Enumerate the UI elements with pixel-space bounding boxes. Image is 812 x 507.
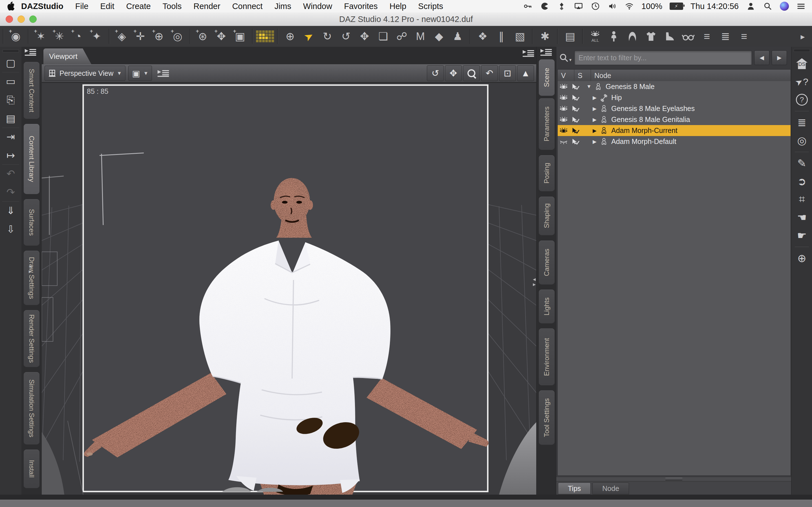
scene-navigator-button[interactable]: ⊕ [281, 27, 299, 45]
spotlight-icon[interactable] [763, 1, 772, 11]
create-spotlight-button[interactable]: +✦ [87, 27, 106, 45]
camera-selector-dropdown[interactable]: Perspective View ▼ [45, 66, 125, 81]
accessories-visibility-button[interactable] [679, 27, 698, 45]
tab-smart-content[interactable]: Smart Content [24, 62, 40, 119]
pane-collapse-handle[interactable]: ◂▸ [29, 264, 32, 274]
tree-row-genitalia[interactable]: ▶ Genesis 8 Male Genitalia [558, 114, 791, 125]
download-product-button[interactable]: ⇓ [3, 203, 18, 218]
expand-arrow-icon[interactable]: ▶ [591, 128, 599, 134]
visibility-eye-icon[interactable] [558, 128, 569, 134]
tab-draw-settings[interactable]: Draw Settings [24, 251, 40, 305]
collapse-arrow-icon[interactable]: ▼ [585, 83, 593, 90]
tab-node[interactable]: Node [592, 483, 629, 494]
spot-render-tool-button[interactable]: ▤ [561, 27, 579, 45]
selection-cursor-icon[interactable] [569, 105, 581, 112]
install-product-button[interactable]: ⇩ [3, 222, 18, 237]
window-title-bar[interactable]: DAZ Studio 4.12 Pro - new01042.duf [0, 12, 812, 26]
tab-render-settings[interactable]: Render Settings [24, 310, 40, 367]
drawstyle-dropdown[interactable]: ▣ ▼ [128, 66, 152, 81]
rotate-tool-button[interactable]: ↻ [318, 27, 337, 45]
tab-environment[interactable]: Environment [539, 328, 555, 385]
tree-row-hip[interactable]: ▶ Hip [558, 92, 791, 103]
scene-list-b-button[interactable]: ≣ [716, 27, 735, 45]
create-camera-button[interactable]: +◉ [6, 27, 25, 45]
tab-parameters[interactable]: Parameters [539, 98, 555, 150]
menu-tools[interactable]: Tools [157, 2, 188, 11]
create-instance-b-button[interactable]: +✥ [212, 27, 231, 45]
scene-filter-input[interactable] [574, 50, 752, 65]
tree-row-adam-morph-current[interactable]: ▶ Adam Morph-Current [558, 125, 791, 136]
visibility-eye-icon[interactable] [558, 117, 569, 123]
zoom-camera-button[interactable] [463, 65, 480, 81]
menu-favorites[interactable]: Favorites [338, 2, 384, 11]
figure-visibility-button[interactable] [605, 27, 623, 45]
tab-shaping[interactable]: Shaping [539, 196, 555, 235]
node-hierarchy-button[interactable]: ⌗ [792, 190, 812, 209]
geometry-editor-tool-button[interactable]: ◆ [430, 27, 448, 45]
dform-hand-p-button[interactable]: ☛ [792, 226, 812, 244]
tab-viewport[interactable]: Viewport [43, 48, 91, 64]
create-group-button[interactable]: +⊕ [150, 27, 168, 45]
hair-visibility-button[interactable] [623, 27, 642, 45]
volume-icon[interactable] [608, 1, 617, 11]
create-instance-button[interactable]: +◎ [168, 27, 187, 45]
import-file-button[interactable]: ⇥ [3, 129, 18, 144]
viewport-3d-canvas[interactable]: 85 : 85 [42, 83, 536, 495]
tab-cameras[interactable]: Cameras [539, 240, 555, 284]
column-visible[interactable]: V [558, 69, 574, 81]
fast-user-switch-icon[interactable] [746, 1, 756, 11]
menu-scripts[interactable]: Scripts [412, 2, 449, 11]
menu-bar-clock[interactable]: Thu 14:20:56 [691, 2, 739, 11]
joint-editor-tool-button[interactable]: ☍ [393, 27, 411, 45]
create-linear-point-light-button[interactable]: +◔ [69, 27, 87, 45]
column-node[interactable]: Node [591, 69, 791, 81]
menu-window[interactable]: Window [297, 2, 338, 11]
show-all-toggle-button[interactable]: ALL [586, 27, 605, 45]
menu-render[interactable]: Render [188, 2, 226, 11]
tab-content-library[interactable]: Content Library [24, 124, 40, 194]
tab-simulation-settings[interactable]: Simulation Settings [24, 372, 40, 445]
frame-camera-button[interactable]: ⊡ [499, 65, 516, 81]
export-file-button[interactable]: ↦ [3, 148, 18, 163]
save-file-button[interactable]: ▤ [3, 111, 18, 126]
notification-center-icon[interactable] [796, 1, 806, 11]
tab-tool-settings[interactable]: Tool Settings [539, 390, 555, 445]
activity-list-button[interactable]: ≣ [792, 114, 812, 131]
visibility-eye-icon[interactable] [558, 106, 569, 112]
battery-icon[interactable]: ⚡ [670, 3, 683, 10]
tab-surfaces[interactable]: Surfaces [24, 199, 40, 245]
tab-tips[interactable]: Tips [558, 483, 591, 494]
footwear-visibility-button[interactable] [660, 27, 679, 45]
create-null-button[interactable]: +✛ [131, 27, 150, 45]
wifi-icon[interactable] [624, 1, 634, 11]
menu-edit[interactable]: Edit [94, 2, 120, 11]
filter-forward-button[interactable]: ► [772, 50, 787, 65]
create-instance-a-button[interactable]: +⊛ [193, 27, 212, 45]
redo-button[interactable]: ↷ [3, 185, 18, 200]
measure-metrics-tool-button[interactable]: M [411, 27, 430, 45]
scene-list-a-button[interactable]: ≡ [698, 27, 716, 45]
ds-logo-button[interactable]: DS [792, 55, 812, 73]
whats-this-cursor-button[interactable]: ➤ ? [792, 73, 812, 91]
tab-posing[interactable]: Posing [539, 155, 555, 191]
pan-camera-button[interactable]: ✥ [445, 65, 462, 81]
translate-tool-button[interactable]: ✥ [355, 27, 374, 45]
new-file-button[interactable]: ▢ [3, 56, 18, 70]
pane-splitter[interactable] [556, 477, 792, 481]
menu-app[interactable]: DAZStudio [15, 2, 69, 11]
menu-file[interactable]: File [69, 2, 94, 11]
visibility-eye-icon[interactable] [558, 95, 569, 101]
pane-menu-icon[interactable] [24, 48, 37, 56]
scale-tool-button[interactable]: ❏ [374, 27, 393, 45]
menu-help[interactable]: Help [384, 2, 412, 11]
viewport-options-menu-icon[interactable] [157, 69, 169, 77]
menu-create[interactable]: Create [120, 2, 157, 11]
menu-connect[interactable]: Connect [226, 2, 268, 11]
expand-arrow-icon[interactable]: ▶ [591, 95, 599, 101]
scene-tree[interactable]: ▼ Genesis 8 Male ▶ Hip ▶ Genesis 8 Male … [557, 81, 791, 476]
geografting-globe-button[interactable]: ⊕ [792, 249, 812, 267]
tree-row-genesis-8-male[interactable]: ▼ Genesis 8 Male [558, 81, 791, 92]
pane-grip[interactable] [3, 50, 19, 52]
tree-row-eyelashes[interactable]: ▶ Genesis 8 Male Eyelashes [558, 103, 791, 114]
pane-collapse-handle[interactable]: ◂▸ [533, 277, 536, 287]
